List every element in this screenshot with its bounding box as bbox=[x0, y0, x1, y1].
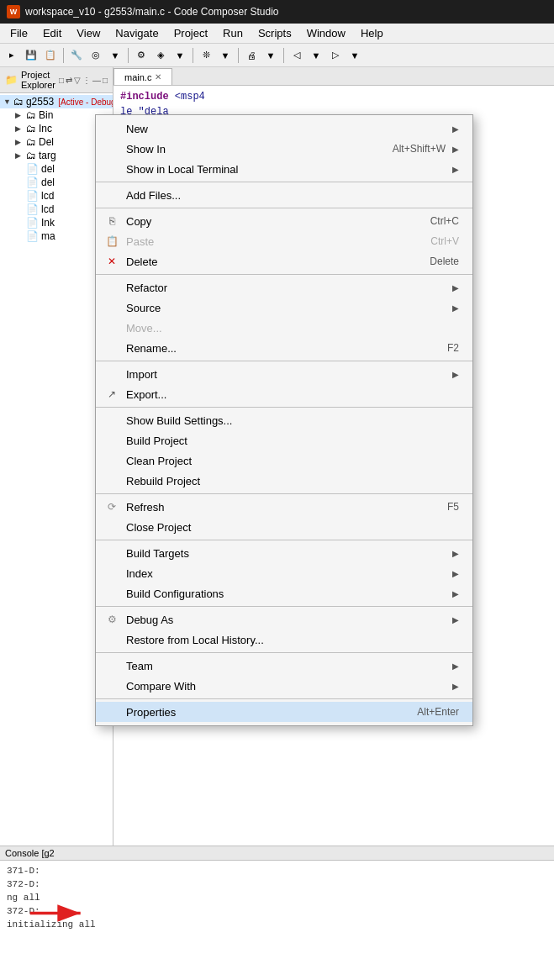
panel-collapse-icon[interactable]: □ bbox=[59, 76, 64, 85]
toolbar-sep-2 bbox=[128, 48, 129, 63]
tree-label-del3: del bbox=[41, 177, 55, 188]
tree-label-bin: Bin bbox=[39, 109, 53, 121]
menu-item-window[interactable]: Window bbox=[300, 25, 352, 41]
cm-item-show-build[interactable]: Show Build Settings... bbox=[96, 410, 472, 430]
tree-root[interactable]: ▼ 🗂 g2553 [Active - Debug] bbox=[0, 95, 113, 108]
cm-shortcut-paste: Ctrl+V bbox=[414, 235, 459, 247]
menu-item-navigate[interactable]: Navigate bbox=[108, 25, 165, 41]
cm-sep-10 bbox=[96, 698, 472, 699]
cm-item-properties[interactable]: Properties Alt+Enter bbox=[96, 702, 472, 722]
editor-tab-close-icon[interactable]: ✕ bbox=[155, 72, 161, 82]
cm-arrow-show-in: ▶ bbox=[452, 145, 459, 154]
tree-icon-ink: 📄 bbox=[26, 217, 39, 229]
cm-item-index[interactable]: Index ▶ bbox=[96, 563, 472, 583]
cm-item-restore-history[interactable]: Restore from Local History... bbox=[96, 630, 472, 650]
toolbar-btn-14[interactable]: ◁ bbox=[288, 47, 305, 64]
cm-item-refresh[interactable]: ⟳ Refresh F5 bbox=[96, 497, 472, 517]
panel-menu-icon[interactable]: ⋮ bbox=[82, 76, 91, 85]
cm-item-compare-with[interactable]: Compare With ▶ bbox=[96, 676, 472, 696]
tree-icon-ma: 📄 bbox=[26, 230, 39, 242]
tree-label-targ: targ bbox=[39, 150, 56, 161]
toolbar-sep-3 bbox=[193, 48, 193, 63]
cm-item-copy[interactable]: ⎘ Copy Ctrl+C bbox=[96, 211, 472, 231]
cm-item-build-configs[interactable]: Build Configurations ▶ bbox=[96, 583, 472, 603]
toolbar-btn-12[interactable]: 🖨 bbox=[243, 47, 260, 64]
console-line-1: 371-D: bbox=[7, 864, 547, 877]
toolbar-btn-1[interactable]: ▸ bbox=[3, 47, 20, 64]
toolbar-btn-6[interactable]: ▼ bbox=[107, 47, 124, 64]
editor-tab-mainc[interactable]: main.c ✕ bbox=[113, 68, 172, 85]
cm-item-build-targets[interactable]: Build Targets ▶ bbox=[96, 543, 472, 563]
cm-item-refactor[interactable]: Refactor ▶ bbox=[96, 277, 472, 298]
cm-sep-3 bbox=[96, 274, 472, 275]
cm-item-team[interactable]: Team ▶ bbox=[96, 656, 472, 676]
tree-icon-bin: 🗂 bbox=[26, 109, 36, 121]
cm-item-rename[interactable]: Rename... F2 bbox=[96, 338, 472, 358]
toolbar-btn-5[interactable]: ◎ bbox=[87, 47, 104, 64]
toolbar-btn-10[interactable]: ❊ bbox=[198, 47, 214, 64]
menu-bar: FileEditViewNavigateProjectRunScriptsWin… bbox=[0, 24, 554, 44]
menu-item-file[interactable]: File bbox=[3, 25, 34, 41]
cm-shortcut-refresh: F5 bbox=[430, 501, 459, 513]
cm-item-add-files[interactable]: Add Files... bbox=[96, 185, 472, 205]
cm-item-paste[interactable]: 📋 Paste Ctrl+V bbox=[96, 231, 472, 251]
panel-min-icon[interactable]: — bbox=[92, 76, 101, 85]
cm-shortcut-delete: Delete bbox=[413, 256, 459, 267]
menu-item-scripts[interactable]: Scripts bbox=[251, 25, 298, 41]
cm-item-move[interactable]: Move... bbox=[96, 318, 472, 338]
toolbar-btn-8[interactable]: ◈ bbox=[152, 47, 169, 64]
cm-item-rebuild-project[interactable]: Rebuild Project bbox=[96, 471, 472, 491]
toolbar-btn-16[interactable]: ▷ bbox=[327, 47, 344, 64]
cm-label-move: Move... bbox=[126, 322, 459, 335]
toolbar-btn-17[interactable]: ▼ bbox=[346, 47, 363, 64]
panel-max-icon[interactable]: □ bbox=[103, 76, 108, 85]
menu-item-edit[interactable]: Edit bbox=[36, 25, 68, 41]
tree-arrow-bin: ▶ bbox=[15, 111, 24, 119]
cm-arrow-refactor: ▶ bbox=[452, 283, 459, 292]
tree-label-del2: del bbox=[41, 163, 55, 175]
menu-item-view[interactable]: View bbox=[70, 25, 107, 41]
cm-item-source[interactable]: Source ▶ bbox=[96, 298, 472, 318]
arrow-annotation bbox=[25, 900, 92, 928]
cm-sep-6 bbox=[96, 493, 472, 494]
tree-arrow-del: ▶ bbox=[15, 138, 24, 146]
cm-item-new[interactable]: New ▶ bbox=[96, 119, 472, 139]
cm-item-show-local[interactable]: Show in Local Terminal ▶ bbox=[96, 159, 472, 179]
toolbar-btn-15[interactable]: ▼ bbox=[308, 47, 324, 64]
menu-item-project[interactable]: Project bbox=[167, 25, 214, 41]
cm-sep-2 bbox=[96, 208, 472, 208]
cm-item-delete[interactable]: ✕ Delete Delete bbox=[96, 251, 472, 271]
cm-label-rebuild-project: Rebuild Project bbox=[126, 475, 459, 487]
cm-item-debug-as[interactable]: ⚙ Debug As ▶ bbox=[96, 609, 472, 630]
debug-icon: ⚙ bbox=[104, 612, 119, 627]
cm-item-import[interactable]: Import ▶ bbox=[96, 364, 472, 384]
panel-sync-icon[interactable]: ⇄ bbox=[66, 76, 72, 85]
toolbar-btn-2[interactable]: 💾 bbox=[23, 47, 40, 64]
toolbar-btn-7[interactable]: ⚙ bbox=[133, 47, 150, 64]
toolbar-sep-4 bbox=[238, 48, 239, 63]
cm-item-export[interactable]: ↗ Export... bbox=[96, 384, 472, 404]
cm-item-build-project[interactable]: Build Project bbox=[96, 430, 472, 450]
menu-item-run[interactable]: Run bbox=[216, 25, 250, 41]
cm-label-show-local: Show in Local Terminal bbox=[126, 163, 446, 176]
menu-item-help[interactable]: Help bbox=[354, 25, 390, 41]
cm-label-import: Import bbox=[126, 368, 446, 381]
refresh-icon: ⟳ bbox=[104, 499, 119, 514]
cm-arrow-team: ▶ bbox=[452, 661, 459, 671]
cm-item-close-project[interactable]: Close Project bbox=[96, 517, 472, 537]
toolbar-btn-9[interactable]: ▼ bbox=[171, 47, 188, 64]
cm-label-close-project: Close Project bbox=[126, 521, 459, 534]
editor-tabs: main.c ✕ bbox=[113, 67, 554, 86]
toolbar-btn-11[interactable]: ▼ bbox=[217, 47, 234, 64]
panel-filter-icon[interactable]: ▽ bbox=[74, 76, 81, 85]
cm-label-build-project: Build Project bbox=[126, 435, 459, 447]
editor-tab-label: main.c bbox=[124, 72, 151, 82]
toolbar-sep-5 bbox=[283, 48, 284, 63]
cm-sep-7 bbox=[96, 540, 472, 540]
cm-item-clean-project[interactable]: Clean Project bbox=[96, 450, 472, 471]
toolbar-btn-3[interactable]: 📋 bbox=[42, 47, 59, 64]
cm-item-show-in[interactable]: Show In Alt+Shift+W ▶ bbox=[96, 139, 472, 159]
toolbar-btn-13[interactable]: ▼ bbox=[262, 47, 279, 64]
panel-title: Project Explorer bbox=[21, 70, 55, 90]
toolbar-btn-4[interactable]: 🔧 bbox=[68, 47, 85, 64]
